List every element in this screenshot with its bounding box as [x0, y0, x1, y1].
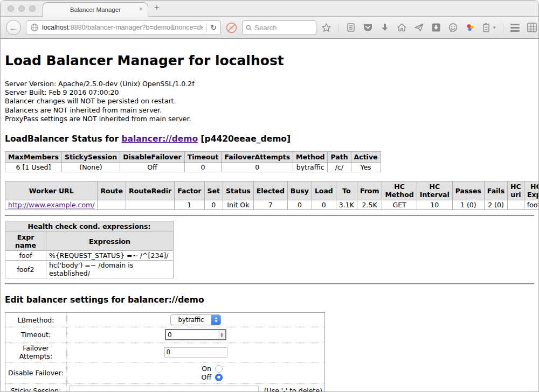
to-cell: 3.1K — [336, 200, 357, 210]
timeout-label: Timeout: — [5, 327, 67, 342]
radio-on-unchecked[interactable] — [215, 365, 223, 373]
search-icon — [246, 24, 252, 31]
column-header: MaxMembers — [5, 152, 62, 163]
save-to-device-icon[interactable] — [431, 23, 441, 32]
toolbar-icons: ▾ — [321, 22, 537, 33]
notice-line: ProxyPass settings are NOT inherited fro… — [5, 115, 534, 123]
edit-balancer-heading: Edit balancer settings for balancer://de… — [5, 295, 534, 305]
close-window-button[interactable] — [8, 5, 14, 12]
column-header: Expr name — [5, 232, 46, 251]
new-tab-button[interactable]: + — [154, 3, 159, 12]
bookmark-star-icon[interactable] — [321, 23, 331, 33]
timeout-input[interactable] — [166, 330, 218, 339]
table-row: 6 [1 Used] (None) Off 0 0 bytraffic /c/ … — [5, 163, 381, 172]
failoverattempts-cell: 0 — [222, 163, 293, 172]
busy-cell: 0 — [287, 200, 312, 210]
feedback-smiley-icon[interactable] — [448, 23, 458, 33]
health-check-table: Health check cond. expressions: Expr nam… — [5, 221, 174, 278]
reading-list-icon[interactable] — [346, 23, 356, 32]
zoom-window-button[interactable] — [29, 5, 36, 12]
pages-grid-icon[interactable] — [527, 22, 537, 33]
radio-off-checked[interactable] — [215, 374, 223, 381]
status-heading-suffix: [p4420eeae_demo] — [198, 134, 291, 144]
home-icon[interactable] — [397, 23, 407, 32]
column-header: HC Method — [382, 181, 417, 200]
expression-cell: hc('body') =~ /domain is established/ — [46, 261, 174, 278]
section-divider — [5, 283, 534, 284]
column-header: Worker URL — [5, 181, 98, 200]
path-cell: /c/ — [328, 163, 351, 172]
url-text[interactable]: localhost:8880/balancer-manager?b=demo&n… — [42, 24, 203, 31]
send-icon[interactable] — [414, 23, 424, 32]
disable-failover-label: Disable Failover: — [5, 362, 67, 384]
edit-balancer-form: LBmethod: bytraffic Timeout: ▲▼ — [5, 312, 325, 392]
reload-icon[interactable]: ↻ — [210, 23, 217, 32]
elected-cell: 7 — [253, 200, 287, 210]
column-header: StickySession — [61, 152, 120, 163]
maxmembers-cell: 6 [1 Used] — [5, 163, 62, 172]
on-label: On — [202, 365, 211, 373]
sticky-session-input[interactable] — [69, 386, 259, 392]
select-stepper-icon — [211, 315, 220, 325]
form-row-disable-failover: Disable Failover: On Off — [5, 362, 325, 384]
table-header-row: MaxMembers StickySession DisableFailover… — [5, 152, 381, 163]
status-cell: Init Ok — [223, 200, 254, 210]
number-spinner-icon[interactable]: ▲▼ — [218, 330, 225, 339]
disable-failover-off-option[interactable]: Off — [169, 373, 223, 381]
tab-close-icon[interactable]: × — [139, 5, 143, 13]
minimize-window-button[interactable] — [18, 5, 25, 12]
chevron-down-icon[interactable]: ▾ — [493, 25, 496, 30]
health-table-title: Health check cond. expressions: — [5, 221, 174, 232]
url-path: :8880/balancer-manager?b=demo&nonce=decc… — [68, 24, 203, 31]
server-info: Server Version: Apache/2.5.0-dev (Unix) … — [5, 80, 534, 123]
sticky-session-hint: (Use '-' to delete) — [264, 387, 322, 392]
column-header: Passes — [452, 181, 484, 200]
table-title-row: Health check cond. expressions: — [5, 221, 174, 232]
column-header: Expression — [46, 232, 174, 251]
load-cell: 0 — [312, 200, 336, 210]
route-cell — [98, 200, 126, 210]
tab-balancer-manager[interactable]: Balancer Manager × — [43, 2, 148, 17]
column-header: Elected — [253, 181, 287, 200]
notice-line: Balancers are NOT inherited from main se… — [5, 106, 534, 115]
lbmethod-select[interactable]: bytraffic — [170, 314, 222, 325]
url-bar[interactable]: localhost:8880/balancer-manager?b=demo&n… — [26, 20, 221, 35]
worker-url-link[interactable]: http://www.example.com/ — [8, 201, 94, 209]
table-row: foof2 hc('body') =~ /domain is establish… — [5, 261, 174, 278]
search-box[interactable] — [242, 20, 316, 35]
downloads-icon[interactable] — [380, 23, 390, 32]
back-button[interactable]: ← — [6, 20, 21, 35]
worker-status-table: Worker URL Route RouteRedir Factor Set S… — [5, 181, 539, 210]
disable-failover-on-option[interactable]: On — [169, 365, 223, 373]
menu-icon[interactable] — [510, 24, 520, 32]
from-cell: 2.5K — [357, 200, 382, 210]
form-row-lbmethod: LBmethod: bytraffic — [5, 313, 325, 327]
failover-attempts-input[interactable] — [164, 347, 227, 358]
column-header: Load — [312, 181, 336, 200]
active-cell: Yes — [351, 163, 381, 172]
pocket-icon[interactable] — [363, 23, 373, 32]
tab-bar: Balancer Manager × + — [1, 1, 538, 17]
window-controls — [8, 5, 36, 12]
column-header: DisableFailover — [120, 152, 184, 163]
hc-expr-cell: foof2 — [524, 200, 539, 210]
stickysession-cell: (None) — [61, 163, 120, 172]
search-input[interactable] — [254, 24, 313, 32]
column-header: Active — [351, 152, 381, 163]
column-header: HC Expr — [524, 181, 539, 200]
page-title: Load Balancer Manager for localhost — [5, 39, 534, 68]
navigation-toolbar: ← localhost:8880/balancer-manager?b=demo… — [1, 17, 538, 39]
column-header: HC uri — [508, 181, 524, 200]
passes-cell: 1 (0) — [452, 200, 484, 210]
balancer-demo-link[interactable]: balancer://demo — [121, 134, 198, 144]
server-built-line: Server Built: Feb 9 2016 07:00:20 — [5, 88, 534, 97]
blocked-content-icon[interactable] — [226, 22, 237, 33]
server-version-line: Server Version: Apache/2.5.0-dev (Unix) … — [5, 80, 534, 88]
column-header: RouteRedir — [126, 181, 175, 200]
extension-colors-icon[interactable] — [465, 23, 475, 33]
battery-panel-icon[interactable] — [482, 23, 490, 33]
section-divider — [5, 215, 534, 216]
toolbar-divider — [503, 23, 503, 32]
loadbalancer-status-heading: LoadBalancer Status for balancer://demo … — [5, 134, 534, 144]
column-header: Path — [328, 152, 351, 163]
